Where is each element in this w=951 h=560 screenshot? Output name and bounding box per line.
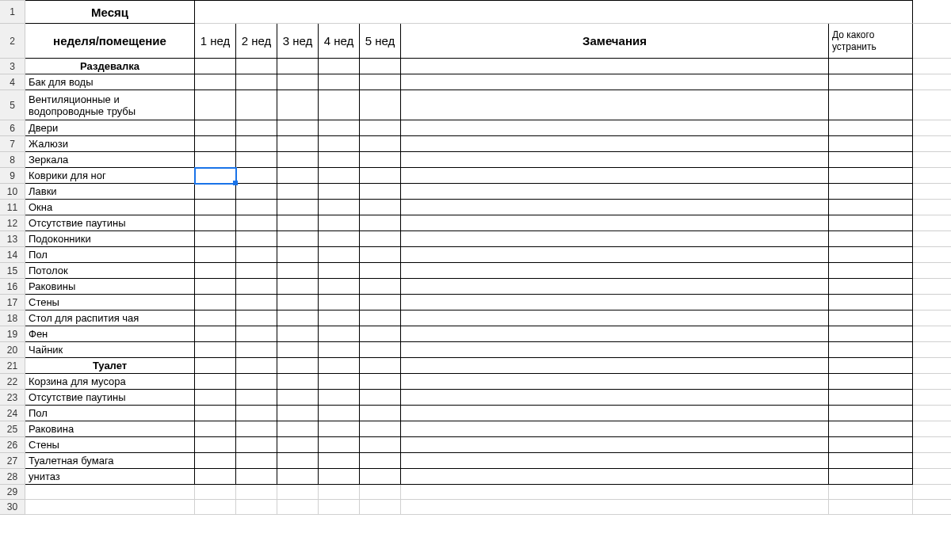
cell-rest[interactable] [913, 24, 951, 59]
item-label[interactable]: Потолок [25, 263, 195, 279]
week-cell[interactable] [319, 215, 360, 231]
week-cell[interactable] [360, 295, 401, 310]
deadline-cell[interactable] [829, 59, 913, 74]
cell-rest[interactable] [913, 310, 951, 326]
week-cell[interactable] [277, 358, 319, 374]
week-cell[interactable] [195, 215, 236, 231]
week-cell[interactable] [195, 421, 236, 437]
week-cell[interactable] [195, 136, 236, 152]
week-cell[interactable] [360, 342, 401, 358]
cell-rest[interactable] [913, 247, 951, 263]
cell-rest[interactable] [913, 469, 951, 485]
item-label[interactable]: Туалетная бумага [25, 453, 195, 469]
cell[interactable] [319, 500, 360, 515]
week-cell[interactable] [360, 453, 401, 469]
section-header[interactable]: Раздевалка [25, 59, 195, 74]
week-cell[interactable] [195, 358, 236, 374]
notes-cell[interactable] [401, 74, 829, 90]
deadline-cell[interactable] [829, 310, 913, 326]
cell-rest[interactable] [913, 152, 951, 168]
header-month[interactable]: Месяц [25, 0, 195, 24]
week-cell[interactable] [277, 136, 319, 152]
notes-cell[interactable] [401, 295, 829, 310]
cell-rest[interactable] [913, 500, 951, 515]
deadline-cell[interactable] [829, 469, 913, 485]
week-cell[interactable] [319, 406, 360, 421]
deadline-cell[interactable] [829, 200, 913, 215]
item-label[interactable]: Стены [25, 437, 195, 453]
cell[interactable] [829, 500, 913, 515]
notes-cell[interactable] [401, 263, 829, 279]
week-cell[interactable] [236, 120, 277, 136]
week-cell[interactable] [277, 120, 319, 136]
week-cell[interactable] [360, 184, 401, 200]
week-cell[interactable] [360, 90, 401, 120]
notes-cell[interactable] [401, 120, 829, 136]
week-cell[interactable] [277, 310, 319, 326]
deadline-cell[interactable] [829, 136, 913, 152]
deadline-cell[interactable] [829, 453, 913, 469]
item-label[interactable]: Фен [25, 326, 195, 342]
week-cell[interactable] [236, 469, 277, 485]
week-cell[interactable] [360, 326, 401, 342]
item-label[interactable]: Пол [25, 406, 195, 421]
header-week-1[interactable]: 1 нед [195, 24, 236, 59]
header-week-room[interactable]: неделя/помещение [25, 24, 195, 59]
week-cell[interactable] [319, 263, 360, 279]
week-cell[interactable] [319, 231, 360, 247]
week-cell[interactable] [277, 437, 319, 453]
row-number[interactable]: 4 [0, 74, 25, 90]
cell[interactable] [195, 500, 236, 515]
week-cell[interactable] [277, 200, 319, 215]
week-cell[interactable] [277, 215, 319, 231]
week-cell[interactable] [236, 310, 277, 326]
cell[interactable] [236, 485, 277, 500]
row-number[interactable]: 9 [0, 168, 25, 184]
header-notes[interactable]: Замечания [401, 24, 829, 59]
week-cell[interactable] [236, 390, 277, 406]
cell[interactable] [401, 500, 829, 515]
week-cell[interactable] [277, 390, 319, 406]
notes-cell[interactable] [401, 390, 829, 406]
week-cell[interactable] [319, 295, 360, 310]
deadline-cell[interactable] [829, 390, 913, 406]
week-cell[interactable] [360, 247, 401, 263]
deadline-cell[interactable] [829, 120, 913, 136]
week-cell[interactable] [236, 168, 277, 184]
item-label[interactable]: Корзина для мусора [25, 374, 195, 390]
cell-rest[interactable] [913, 215, 951, 231]
week-cell[interactable] [195, 263, 236, 279]
week-cell[interactable] [277, 263, 319, 279]
week-cell[interactable] [360, 437, 401, 453]
item-label[interactable]: Раковины [25, 279, 195, 295]
week-cell[interactable] [360, 152, 401, 168]
week-cell[interactable] [360, 120, 401, 136]
deadline-cell[interactable] [829, 295, 913, 310]
cell-rest[interactable] [913, 74, 951, 90]
notes-cell[interactable] [401, 406, 829, 421]
header-week-4[interactable]: 4 нед [319, 24, 360, 59]
row-number[interactable]: 23 [0, 390, 25, 406]
week-cell[interactable] [319, 374, 360, 390]
week-cell[interactable] [195, 310, 236, 326]
week-cell[interactable] [236, 215, 277, 231]
week-cell[interactable] [195, 247, 236, 263]
item-label[interactable]: Окна [25, 200, 195, 215]
week-cell[interactable] [277, 184, 319, 200]
cell-rest[interactable] [913, 200, 951, 215]
week-cell[interactable] [236, 453, 277, 469]
deadline-cell[interactable] [829, 279, 913, 295]
week-cell[interactable] [277, 406, 319, 421]
week-cell[interactable] [319, 342, 360, 358]
cell[interactable] [25, 485, 195, 500]
week-cell[interactable] [360, 279, 401, 295]
item-label[interactable]: Вентиляционные и водопроводные трубы [25, 90, 195, 120]
item-label[interactable]: Отсутствие паутины [25, 215, 195, 231]
header-week-3[interactable]: 3 нед [277, 24, 319, 59]
notes-cell[interactable] [401, 469, 829, 485]
notes-cell[interactable] [401, 453, 829, 469]
week-cell[interactable] [360, 215, 401, 231]
deadline-cell[interactable] [829, 90, 913, 120]
notes-cell[interactable] [401, 136, 829, 152]
week-cell[interactable] [236, 437, 277, 453]
